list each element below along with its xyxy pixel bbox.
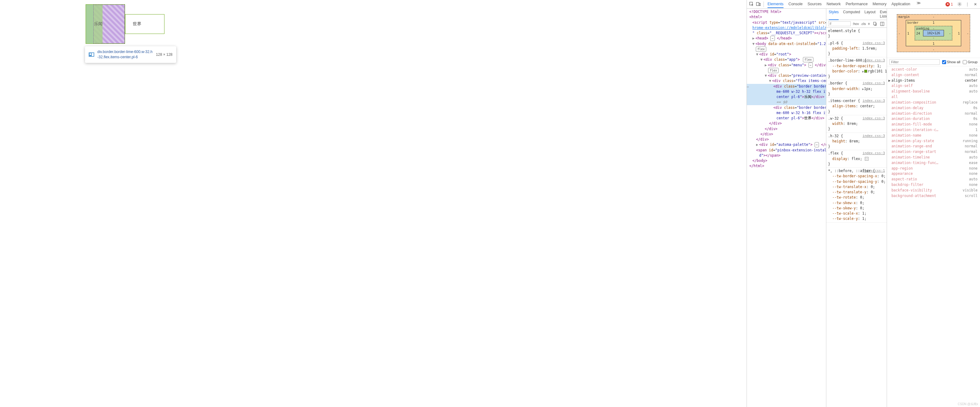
computed-row[interactable]: app-regionnone: [887, 166, 980, 171]
subtab-event[interactable]: Event Listeners: [880, 10, 887, 19]
computed-panel: margin ---- border 1111 padding --24- 10…: [887, 9, 980, 407]
computed-row[interactable]: animation-iteration-c…1: [887, 127, 980, 133]
html-open: <html>: [749, 15, 762, 19]
styles-subtabs: Styles Computed Layout Event Listeners D…: [826, 9, 887, 20]
elements-tree[interactable]: <!DOCTYPE html> <html> <script type="tex…: [747, 9, 826, 407]
styles-filter-bar: :hov .cls +: [826, 20, 887, 28]
computed-row[interactable]: animation-timelineauto: [887, 155, 980, 160]
tab-application[interactable]: Application: [891, 1, 910, 8]
box2-node[interactable]: <div class="border border-li: [747, 105, 826, 110]
gear-icon[interactable]: [956, 2, 962, 7]
computed-row[interactable]: animation-duration0s: [887, 116, 980, 122]
computed-row[interactable]: animation-range-startnormal: [887, 149, 980, 155]
computed-row[interactable]: animation-namenone: [887, 133, 980, 139]
color-swatch[interactable]: [864, 70, 867, 73]
automa-node[interactable]: ▶<div id="automa-palette"> ⋯ </div>: [747, 142, 826, 147]
box2-text: 世界: [133, 21, 142, 27]
subtab-layout[interactable]: Layout: [864, 10, 876, 19]
computed-row[interactable]: align-contentnormal: [887, 72, 980, 78]
script-node[interactable]: <script type="text/javascript" src="c: [747, 20, 826, 25]
subtab-styles[interactable]: Styles: [829, 10, 839, 20]
svg-rect-1: [756, 2, 759, 6]
computed-row[interactable]: aspect-ratioauto: [887, 177, 980, 182]
computed-row[interactable]: animation-play-staterunning: [887, 139, 980, 144]
computed-row[interactable]: alignment-baselineauto: [887, 89, 980, 94]
tabs-more[interactable]: ≫: [915, 1, 922, 8]
inspect-icon[interactable]: [749, 2, 754, 7]
computed-row[interactable]: backface-visibilityvisible: [887, 188, 980, 193]
close-icon[interactable]: ✕: [973, 2, 978, 7]
tab-performance[interactable]: Performance: [846, 1, 868, 8]
page-preview-area: 乐闻 世界 div.border.border-lime-600.w-32.h-…: [0, 0, 746, 407]
box-model[interactable]: margin ---- border 1111 padding --24- 10…: [887, 9, 980, 58]
styles-filter-input[interactable]: [828, 21, 851, 26]
cls-toggle[interactable]: .cls: [861, 22, 866, 26]
computed-row[interactable]: background-attachmentscroll: [887, 193, 980, 199]
computed-row[interactable]: animation-compositionreplace: [887, 100, 980, 105]
tab-console[interactable]: Console: [788, 1, 803, 8]
box-model-content: 102×126: [923, 30, 944, 37]
inspected-box-2[interactable]: 世界: [125, 14, 164, 34]
computed-row[interactable]: animation-timing-func…ease: [887, 160, 980, 166]
flex-editor-icon[interactable]: [865, 157, 869, 161]
kebab-icon[interactable]: ⋮: [965, 2, 970, 7]
computed-list[interactable]: accent-colorautoalign-contentnormal▶alig…: [887, 66, 980, 407]
tooltip-dimensions: 128 × 128: [156, 53, 172, 57]
tab-elements[interactable]: Elements: [767, 1, 784, 8]
root-node[interactable]: ▼<div id="root">: [747, 52, 826, 57]
preview-container: 乐闻 世界: [86, 4, 164, 44]
preview-node[interactable]: ▼<div class="preview-container">: [747, 73, 826, 78]
computed-filter-bar: Show all Group: [887, 58, 980, 66]
svg-point-3: [959, 3, 960, 5]
app-node[interactable]: ▼<div class="app"> flex: [747, 57, 826, 62]
computed-row[interactable]: align-selfauto: [887, 83, 980, 89]
computed-row[interactable]: animation-range-endnormal: [887, 144, 980, 149]
devtools-toolbar: Elements Console Sources Network Perform…: [747, 0, 980, 9]
computed-filter-input[interactable]: [889, 59, 939, 65]
computed-row[interactable]: animation-directionnormal: [887, 111, 980, 117]
selected-node[interactable]: <div class="border border-li: [747, 84, 826, 89]
show-all-checkbox[interactable]: Show all: [942, 60, 960, 64]
styles-rules[interactable]: element.style {} index.css:3.pl-6 { padd…: [826, 28, 887, 407]
styles-panel: Styles Computed Layout Event Listeners D…: [826, 9, 887, 407]
panel-layout-icon[interactable]: [879, 21, 885, 27]
computed-row[interactable]: accent-colorauto: [887, 67, 980, 72]
devtools-tabs: Elements Console Sources Network Perform…: [766, 1, 942, 8]
wrap-node[interactable]: ▼<div class="flex items-center justify-c…: [747, 78, 826, 83]
copy-style-icon[interactable]: [872, 21, 877, 27]
pinbox-node[interactable]: <span id="pinbox-extension-installe: [747, 148, 826, 153]
script-src-link[interactable]: hrome-extension://mdnleldcmiljblolnjhpnb…: [752, 26, 826, 30]
subtab-computed[interactable]: Computed: [843, 10, 860, 19]
eq0-indicator: == $0: [776, 100, 787, 104]
box1-text: 乐闻: [94, 21, 103, 27]
group-checkbox[interactable]: Group: [963, 60, 978, 64]
tab-sources[interactable]: Sources: [808, 1, 822, 8]
new-style-rule-icon[interactable]: +: [868, 21, 870, 26]
computed-row[interactable]: ▶align-itemscenter: [887, 78, 980, 83]
computed-row[interactable]: appearancenone: [887, 171, 980, 177]
body-node[interactable]: ▼<body data-atm-ext-installed="1.28.2">: [747, 41, 826, 46]
inspected-box-1[interactable]: 乐闻: [86, 4, 125, 44]
watermark: CSDN @乐闻x: [958, 402, 978, 406]
hov-toggle[interactable]: :hov: [853, 22, 859, 26]
device-icon[interactable]: [756, 2, 761, 7]
tab-memory[interactable]: Memory: [872, 1, 886, 8]
rule-src[interactable]: index.css:3: [863, 41, 885, 46]
computed-row[interactable]: animation-delay0s: [887, 105, 980, 111]
head-node[interactable]: ▶<head> ⋯ </head>: [747, 36, 826, 41]
tooltip-selector: div.border.border-lime-600.w-32.h-32.fle…: [97, 49, 153, 60]
element-tooltip: div.border.border-lime-600.w-32.h-32.fle…: [85, 46, 176, 63]
computed-row[interactable]: all: [887, 94, 980, 100]
flex-icon: [89, 53, 94, 57]
tab-network[interactable]: Network: [827, 1, 841, 8]
computed-row[interactable]: animation-fill-modenone: [887, 122, 980, 127]
rule-element-style[interactable]: element.style {: [828, 29, 860, 33]
devtools-panel: Elements Console Sources Network Perform…: [746, 0, 980, 407]
computed-row[interactable]: backdrop-filternone: [887, 182, 980, 188]
toolbar-divider: [764, 2, 764, 7]
menu-node[interactable]: ▶<div class="menu"> ⋯ </div>: [747, 62, 826, 68]
svg-rect-4: [873, 22, 876, 25]
error-indicator[interactable]: ✕1: [945, 2, 953, 6]
flex-badge[interactable]: flex: [756, 46, 766, 52]
error-icon: ✕: [945, 2, 950, 6]
